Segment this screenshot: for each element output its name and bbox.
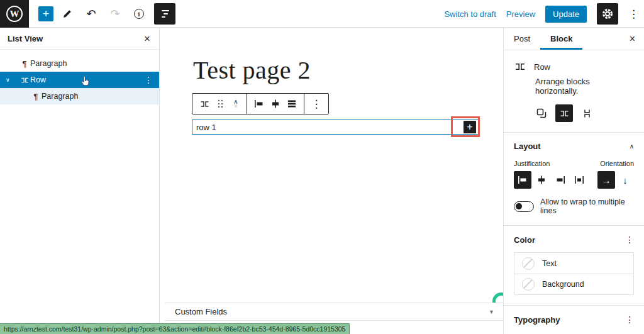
undo-button[interactable]: ↶ [81, 4, 101, 24]
justify-left-icon [516, 174, 529, 186]
layout-controls: → ↓ [514, 171, 634, 189]
list-view-title: List View [8, 34, 43, 43]
justify-center-icon [535, 174, 548, 186]
typography-options-button[interactable]: ⋮ [625, 315, 634, 325]
wrap-toggle-row: Allow to wrap to multiple lines [514, 198, 634, 215]
wordpress-block-editor: W + ↶ ↷ i Switch to draft Preview [0, 0, 644, 334]
block-toolbar-group-justify [247, 94, 304, 114]
row-options-button[interactable]: ⋮ [144, 72, 153, 88]
page-title[interactable]: Test page 2 [193, 55, 311, 85]
toggle-knob [516, 203, 522, 209]
tab-block[interactable]: Block [540, 28, 582, 50]
justification-label: Justification [514, 160, 550, 167]
tools-button[interactable] [57, 4, 77, 24]
list-item-paragraph-1[interactable]: ¶ Paragraph [0, 55, 159, 72]
justify-right-icon [554, 174, 567, 186]
list-item-paragraph-nested[interactable]: ¶ Paragraph [0, 88, 159, 104]
justify-left-button[interactable] [514, 171, 531, 189]
wrap-toggle[interactable] [514, 201, 534, 212]
chevron-up-icon[interactable]: ∧ [630, 143, 634, 150]
justify-left-icon [253, 97, 265, 110]
row-block-text[interactable]: row 1 [192, 123, 216, 132]
editor-canvas[interactable]: Test page 2 ∧ ∨ [160, 28, 503, 334]
list-item-label: Row [30, 75, 46, 84]
block-inserter-button[interactable]: + [38, 6, 53, 21]
tab-post[interactable]: Post [504, 28, 540, 50]
update-button[interactable]: Update [545, 6, 587, 23]
color-settings-box: Text Background [514, 252, 634, 295]
variation-row-button[interactable] [555, 104, 573, 122]
color-panel-title: Color [514, 235, 535, 245]
chevron-down-icon[interactable]: ∨ [6, 72, 10, 88]
justify-center-button[interactable] [533, 171, 550, 189]
kebab-icon: ⋮ [311, 99, 322, 109]
variation-group-button[interactable] [533, 104, 550, 122]
justify-space-between-button[interactable] [570, 171, 588, 189]
close-settings-button[interactable]: × [630, 28, 635, 50]
block-toolbar: ∧ ∨ ⋮ [192, 93, 329, 114]
block-movers[interactable]: ∧ ∨ [229, 94, 243, 114]
block-type-button[interactable] [196, 94, 213, 114]
row-block[interactable]: row 1 + [192, 120, 479, 135]
background-color-row[interactable]: Background [514, 274, 633, 294]
justification-buttons [514, 171, 588, 189]
wordpress-logo-icon: W [6, 6, 23, 22]
orientation-horizontal-button[interactable]: → [597, 171, 615, 189]
editor-topbar: W + ↶ ↷ i Switch to draft Preview [0, 0, 644, 28]
stack-icon [582, 108, 592, 119]
undo-icon: ↶ [86, 8, 96, 19]
variation-stack-button[interactable] [578, 104, 596, 122]
list-item-row-selected[interactable]: ∨ Row ⋮ [0, 72, 159, 88]
wordpress-logo[interactable]: W [0, 0, 29, 28]
layout-panel: Layout ∧ Justification Orientation [504, 133, 644, 225]
row-icon [19, 75, 30, 85]
arrow-down-icon: ↓ [623, 175, 628, 186]
layout-panel-title: Layout [514, 142, 541, 151]
block-appender-button[interactable]: + [464, 121, 476, 133]
block-toolbar-group-main: ∧ ∨ [192, 94, 247, 114]
justify-right-button[interactable] [552, 171, 569, 189]
text-color-row[interactable]: Text [514, 253, 633, 274]
justify-stretch-button[interactable] [284, 94, 300, 114]
options-menu-button[interactable]: ⋮ [628, 9, 639, 19]
redo-button[interactable]: ↷ [105, 4, 125, 24]
row-icon [514, 60, 526, 73]
typography-panel-title: Typography [514, 315, 560, 325]
block-tree: ¶ Paragraph ∨ Row ⋮ ¶ Paragraph [0, 50, 159, 104]
details-button[interactable]: i [129, 4, 149, 24]
background-color-swatch [522, 278, 535, 291]
justify-center-button[interactable] [267, 94, 284, 114]
plus-icon: + [467, 122, 472, 132]
switch-to-draft-link[interactable]: Switch to draft [444, 9, 496, 19]
text-color-swatch [522, 257, 535, 270]
group-icon [535, 107, 548, 120]
list-view-sidebar: List View × ¶ Paragraph ∨ Row ⋮ ¶ Paragr… [0, 28, 160, 334]
redo-icon: ↷ [110, 8, 119, 19]
preview-link[interactable]: Preview [506, 9, 535, 19]
orientation-vertical-button[interactable]: ↓ [616, 171, 634, 189]
block-card-head: Row [514, 60, 634, 73]
topbar-left-tools: W + ↶ ↷ i [0, 0, 175, 28]
list-view-toggle-button[interactable] [154, 3, 175, 25]
status-bar-url: https://arnztest.com/test31/wp-admin/pos… [0, 323, 350, 334]
caret-down-icon[interactable]: ▼ [489, 309, 494, 315]
block-card-description: Arrange blocks horizontally. [535, 77, 634, 96]
list-view-header: List View × [0, 28, 159, 50]
color-panel: Color ⋮ Text Background [504, 226, 644, 305]
block-options-button[interactable]: ⋮ [308, 94, 325, 114]
color-panel-header: Color ⋮ [514, 235, 634, 245]
plus-icon: + [43, 8, 50, 19]
custom-fields-panel[interactable]: Custom Fields ▼ [165, 303, 503, 321]
color-options-button[interactable]: ⋮ [625, 235, 634, 245]
text-color-label: Text [542, 259, 557, 268]
drag-handle[interactable] [213, 94, 229, 114]
layout-labels: Justification Orientation [514, 160, 634, 167]
layout-panel-header[interactable]: Layout ∧ [514, 142, 634, 151]
justify-space-between-icon [573, 174, 586, 186]
move-down-icon[interactable]: ∨ [233, 104, 238, 108]
justify-center-icon [269, 97, 282, 110]
settings-toggle-button[interactable] [597, 3, 618, 25]
justify-left-button[interactable] [251, 94, 267, 114]
justify-stretch-icon [286, 97, 298, 110]
close-list-view-button[interactable]: × [144, 33, 150, 44]
